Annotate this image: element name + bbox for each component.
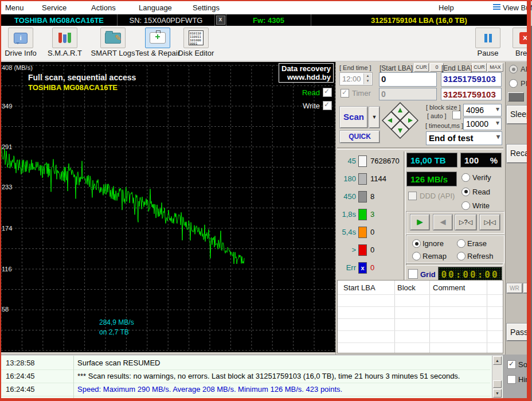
scroll-up-icon[interactable]: ▲ <box>493 356 502 365</box>
svg-text:408 (MB/s): 408 (MB/s) <box>2 64 33 71</box>
scan-button[interactable]: Scan <box>340 107 367 128</box>
sleep-button[interactable]: Sleep <box>507 106 527 124</box>
latency-count: 8 <box>370 192 374 201</box>
view-buffer-button[interactable]: View Buffer <box>493 3 532 12</box>
verify-radio[interactable] <box>461 173 470 182</box>
pass-button[interactable]: Pass <box>507 324 527 341</box>
rewind-button[interactable]: ◀ <box>433 215 452 230</box>
write-legend-row: Write <box>303 101 332 110</box>
end-lba-input[interactable]: 31251759103 <box>441 72 502 87</box>
menu-item-language[interactable]: Language <box>139 3 172 12</box>
latency-row-18s: 1,8s3 <box>337 209 402 220</box>
latency-label: 45 <box>337 157 356 165</box>
disk-editor-icon: 0101101100111010000001 <box>189 30 204 45</box>
log-scrollbar[interactable]: ▲ ▼ <box>492 356 502 398</box>
end-time-label: [ End time ] <box>339 64 371 71</box>
scroll-down-icon[interactable]: ▼ <box>493 389 502 398</box>
error-action-group: IgnoreEraseRemapRefresh <box>406 235 504 263</box>
menu-item-menu[interactable]: Menu <box>5 3 24 12</box>
refresh-radio[interactable] <box>457 252 466 260</box>
status-box <box>508 92 524 102</box>
latency-label: 1,8s <box>337 210 356 219</box>
verify-label: Verify <box>472 173 491 182</box>
log-message: Surface scan RESUMED <box>77 359 161 367</box>
read-radio[interactable] <box>461 188 470 196</box>
remap-radio[interactable] <box>412 252 421 260</box>
list-icon <box>493 4 500 10</box>
grid-checkbox[interactable] <box>408 269 418 279</box>
write-radio[interactable] <box>461 201 470 210</box>
log-timestamp: 16:24:45 <box>6 372 35 380</box>
log-message: *** Scan results: no warnings, no errors… <box>77 372 460 380</box>
drive-info-button[interactable]: iDrive Info <box>3 28 38 57</box>
hint-checkbox[interactable] <box>507 375 516 384</box>
timeout-select[interactable]: 10000 <box>463 118 502 130</box>
log-row: 16:24:45Speed: Maximum 290 MB/s. Average… <box>1 383 490 396</box>
write-checkbox[interactable] <box>323 101 332 110</box>
table-header-block[interactable]: Block <box>397 283 416 292</box>
erase-radio[interactable] <box>457 239 466 248</box>
scan-dropdown-button[interactable]: ▼ <box>369 107 380 128</box>
menu-item-settings[interactable]: Settings <box>193 3 220 12</box>
menu-item-actions[interactable]: Actions <box>91 3 116 12</box>
smart-icon <box>58 33 71 43</box>
read-legend-row: Read <box>302 88 332 97</box>
api-radio[interactable] <box>509 65 518 73</box>
latency-color-box <box>358 173 367 185</box>
latency-count: 3 <box>370 210 374 219</box>
spinner-arrows-icon[interactable]: ▲▼ <box>363 73 371 84</box>
latency-label: > <box>337 246 356 254</box>
read-label: Read <box>472 188 490 196</box>
svg-text:58: 58 <box>2 306 9 313</box>
ddd-checkbox[interactable] <box>408 192 417 200</box>
chevron-down-icon: ▼ <box>372 114 377 120</box>
table-header-comment[interactable]: Comment <box>433 283 465 292</box>
erase-label: Erase <box>467 239 487 248</box>
latency-count: 0 <box>370 246 374 254</box>
device-model: TOSHIBA MG08ACA16TE <box>1 14 118 26</box>
end-cur-button[interactable]: CUR <box>472 63 487 72</box>
rewind-icon: ◀ <box>440 217 446 226</box>
end-time-spinner[interactable]: 12:00 ▲▼ <box>339 72 373 85</box>
grid-label: Grid <box>420 270 436 279</box>
read-checkbox[interactable] <box>323 88 332 97</box>
event-log[interactable]: 13:28:58Surface scan RESUMED16:24:45*** … <box>1 355 503 398</box>
disk-editor-button[interactable]: 0101101100111010000001Disk Editor <box>174 28 218 57</box>
auto-checkbox[interactable] <box>452 111 461 119</box>
watermark-banner: Data recovery www.hdd.by <box>279 63 334 83</box>
sound-label: Sound <box>518 360 527 369</box>
s-m-a-r-t-button[interactable]: S.M.A.R.T <box>44 28 86 57</box>
end-of-test-select[interactable]: End of test <box>426 131 502 145</box>
scrollbar-thumb[interactable] <box>493 380 502 388</box>
log-message: Speed: Maximum 290 MB/s. Average 208 MB/… <box>77 385 342 394</box>
quick-button[interactable]: QUICK <box>340 131 380 143</box>
start-lba-input[interactable]: 0 <box>379 72 437 87</box>
seek-error-button[interactable]: ▷?◁ <box>455 215 476 230</box>
wr-button[interactable]: WR <box>507 283 522 293</box>
svg-text:174: 174 <box>2 225 12 232</box>
block-size-select[interactable]: 4096 <box>463 104 502 116</box>
seek-pad[interactable] <box>382 102 418 139</box>
menu-item-service[interactable]: Service <box>42 3 66 12</box>
play-button[interactable]: ▶ <box>410 215 429 230</box>
sound-checkbox[interactable] <box>507 360 516 369</box>
table-header-start-lba[interactable]: Start LBA <box>343 283 375 292</box>
latency-row-Err: Errx0 <box>337 262 402 274</box>
log-row: 16:24:45*** Scan results: no warnings, n… <box>1 369 490 383</box>
device-serial: SN: 15X0A0PDFWTG <box>118 14 215 26</box>
log-timestamp: 13:28:58 <box>6 359 35 367</box>
recal-button[interactable]: Recal <box>507 145 527 163</box>
start-cur-button[interactable]: CUR <box>414 63 429 72</box>
pio-radio[interactable] <box>509 79 518 88</box>
write-label: Write <box>472 201 490 210</box>
toolbar: Pause × Break iDrive InfoS.M.A.R.TSMART … <box>1 26 527 61</box>
seek-end-button[interactable]: ▷|◁ <box>480 215 500 230</box>
close-icon[interactable]: x <box>216 15 225 25</box>
defect-table[interactable]: Start LBABlockComment <box>337 280 503 353</box>
end-max-button[interactable]: MAX <box>487 63 503 72</box>
menu-item-help[interactable]: Help <box>439 3 454 12</box>
log-side-panel: Sound Hint <box>503 355 527 398</box>
timer-checkbox[interactable] <box>341 89 349 98</box>
pause-button[interactable]: Pause <box>473 28 503 57</box>
ignore-radio[interactable] <box>412 239 421 248</box>
